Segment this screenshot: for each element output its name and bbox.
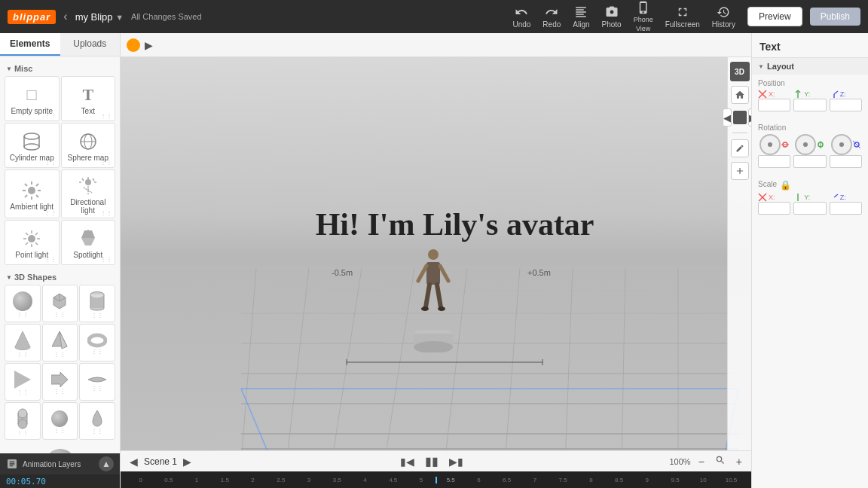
shape-torus[interactable]: ⋮⋮ (79, 324, 115, 361)
svg-line-15 (36, 184, 38, 186)
canvas-breadcrumb-arrow[interactable]: ▶ (145, 39, 153, 51)
shape-cone[interactable]: ⋮⋮ (5, 324, 41, 361)
add-tool-button[interactable] (731, 162, 749, 180)
right-panel-title: Text (752, 33, 868, 57)
scale-z-icon (830, 193, 839, 202)
shape-cylinder[interactable]: ⋮⋮ (79, 285, 115, 322)
element-ambient-light[interactable]: Ambient light ⋮⋮ (5, 169, 60, 218)
scene-controls: ◀ Scene 1 ▶ (127, 454, 194, 469)
svg-marker-34 (81, 238, 95, 246)
position-z-input[interactable]: 214.86 (830, 99, 862, 111)
scale-label: Scale (758, 180, 777, 188)
layout-section-header[interactable]: Layout (752, 58, 868, 75)
shape-drop[interactable]: ⋮⋮ (79, 402, 115, 440)
svg-line-108 (834, 194, 838, 197)
orange-dot[interactable] (127, 38, 140, 52)
scene-nav: ◀ Scene 1 ▶ ▮◀ ▮▮ ▶▮ 100% − + (121, 450, 751, 471)
logo[interactable]: blippar (8, 10, 56, 24)
canvas-toolbar: ▶ (121, 33, 751, 57)
photo-button[interactable]: Photo (598, 4, 626, 30)
save-status: All Changes Saved (131, 12, 202, 21)
back-arrow[interactable]: ‹ (63, 10, 67, 23)
zoom-out-button[interactable]: − (695, 454, 708, 469)
pencil-tool-button[interactable] (731, 139, 749, 157)
element-directional-light[interactable]: Directional light ⋮⋮ (61, 169, 116, 218)
preview-button[interactable]: Preview (747, 7, 802, 26)
next-scene-button[interactable]: ▶ (180, 454, 194, 469)
element-spotlight[interactable]: Spotlight ⋮⋮ (61, 220, 116, 265)
shape-sphere[interactable]: ⋮⋮ (5, 285, 41, 322)
shape-pyramid[interactable]: ⋮⋮ (42, 324, 78, 361)
position-y-input[interactable]: 167.29 (793, 99, 826, 111)
tab-elements[interactable]: Elements (0, 33, 60, 56)
prev-scene-button[interactable]: ◀ (127, 454, 141, 469)
svg-point-3 (24, 144, 39, 150)
svg-point-16 (85, 179, 91, 185)
rot-z-widget[interactable] (831, 134, 852, 155)
publish-button[interactable]: Publish (810, 8, 860, 26)
canvas-main[interactable]: Hi! I'm Lily's avatar -0.5m +0.5m (121, 57, 751, 450)
svg-line-67 (384, 268, 414, 450)
play-pause-button[interactable]: ▮▮ (422, 453, 442, 470)
fullscreen-button[interactable]: Fullscreen (661, 4, 704, 30)
element-empty-sprite[interactable]: □ Empty sprite ⋮⋮ (5, 76, 60, 121)
zoom-fit-button[interactable] (712, 453, 729, 469)
zoom-in-button[interactable]: + (733, 454, 745, 469)
element-sphere-map[interactable]: Sphere map ⋮⋮ (61, 123, 116, 168)
undo-button[interactable]: Undo (508, 4, 535, 30)
element-point-light[interactable]: Point light ⋮⋮ (5, 220, 60, 265)
scroll-up-button[interactable]: ▲ (99, 456, 114, 471)
rotation-z-input[interactable]: 0.00 (830, 155, 862, 168)
svg-point-49 (89, 335, 105, 346)
rotation-x-input[interactable]: 90.00 (758, 155, 790, 168)
nav-left-button[interactable]: ◀ (723, 108, 732, 127)
scale-y-input[interactable]: 1.000 (793, 202, 826, 215)
scale-z-input[interactable]: 1.000 (830, 202, 862, 215)
svg-point-87 (421, 307, 429, 311)
svg-line-65 (286, 268, 309, 450)
rot-x-widget[interactable] (760, 134, 781, 155)
project-name[interactable]: my Blipp ▼ (75, 11, 124, 23)
svg-line-12 (25, 184, 27, 186)
play-controls: ▮◀ ▮▮ ▶▮ (397, 453, 466, 470)
position-row: X: 319.51 Y: 167.29 Z: (758, 90, 862, 111)
rotation-label: Rotation (758, 124, 862, 132)
shape-sphere2[interactable]: ⋮⋮ (42, 402, 78, 440)
shape-arrow[interactable]: ⋮⋮ (42, 363, 78, 401)
rotation-row: 90.00 0.00 0.00 (758, 134, 862, 168)
align-button[interactable]: Align (568, 4, 594, 30)
rotation-y-input[interactable]: 0.00 (793, 155, 826, 168)
avatar-figure (414, 247, 452, 330)
scale-x-input[interactable]: 1.000 (758, 202, 790, 215)
element-cylinder-map[interactable]: Cylinder map ⋮⋮ (5, 123, 60, 168)
rot-x-icon (781, 141, 789, 148)
phone-view-button[interactable]: Phone View (629, 0, 658, 34)
skip-end-button[interactable]: ▶▮ (446, 454, 466, 469)
animation-layers-label: Animation Layers (23, 460, 81, 468)
history-button[interactable]: History (708, 4, 740, 30)
misc-section-header[interactable]: Misc (3, 61, 117, 75)
shape-lens[interactable]: ⋮⋮ (79, 363, 115, 401)
tab-uploads[interactable]: Uploads (60, 33, 121, 56)
shapes-section-header[interactable]: 3D Shapes (3, 270, 117, 283)
shape-capsule[interactable]: ⋮⋮ (5, 402, 41, 440)
rotation-y-field: 0.00 (793, 134, 826, 168)
rot-y-icon (817, 141, 824, 148)
redo-button[interactable]: Redo (538, 4, 565, 30)
position-z-field: Z: 214.86 (830, 90, 862, 111)
element-text[interactable]: T Text ⋮⋮ (61, 76, 116, 121)
shape-cube[interactable]: ⋮⋮ (42, 285, 78, 322)
home-view-button[interactable] (731, 86, 749, 104)
svg-line-18 (82, 178, 84, 181)
nav-right-button[interactable]: ▶ (748, 108, 752, 127)
shape-play[interactable]: ⋮⋮ (5, 363, 41, 401)
skip-start-button[interactable]: ▮◀ (397, 454, 417, 469)
panel-content: Misc □ Empty sprite ⋮⋮ T Text ⋮⋮ Cylinde (0, 56, 120, 453)
position-x-input[interactable]: 319.51 (758, 99, 790, 111)
svg-point-53 (18, 409, 27, 418)
svg-line-13 (36, 195, 38, 197)
rot-y-widget[interactable] (795, 134, 816, 155)
view-toggle[interactable] (733, 111, 747, 124)
layer-indicator[interactable]: 3D (730, 62, 750, 81)
lock-icon[interactable]: 🔒 (780, 180, 791, 191)
